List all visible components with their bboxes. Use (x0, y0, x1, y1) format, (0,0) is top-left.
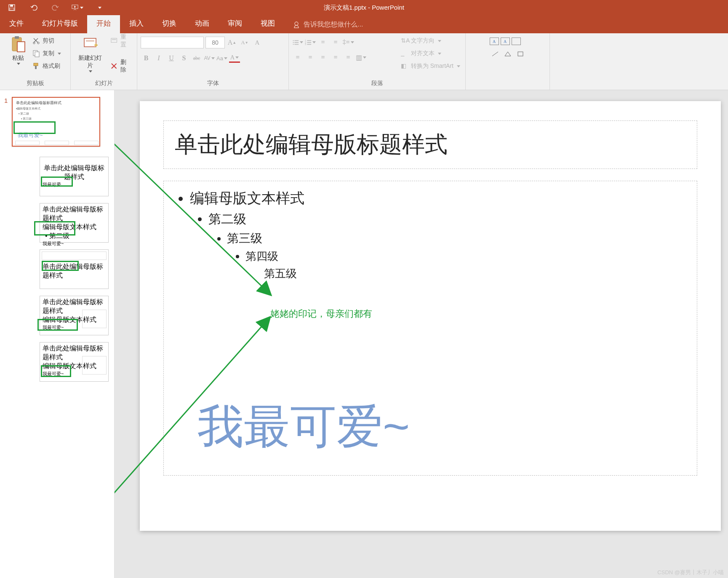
svg-rect-1 (10, 5, 13, 7)
align-left-icon[interactable]: ≡ (292, 52, 303, 63)
cut-button[interactable]: 剪切 (31, 35, 63, 47)
svg-point-4 (295, 22, 298, 25)
redo-icon[interactable] (50, 2, 61, 13)
watermark: CSDN @赛男丨木子丿小喵 (657, 569, 724, 576)
svg-rect-12 (35, 52, 39, 57)
tab-file[interactable]: 文件 (0, 14, 33, 33)
tab-review[interactable]: 审阅 (219, 14, 251, 33)
title-text: 单击此处编辑母版标题样式 (175, 131, 448, 157)
green-highlight-1 (13, 121, 56, 134)
thumbnail-layout-6[interactable]: 单击此处编辑母版标题样式 编辑母版文本样式 我最可爱~ (40, 342, 109, 382)
reset-button: 重置 (109, 35, 133, 47)
big-text[interactable]: 我最可爱~ (197, 396, 410, 458)
svg-rect-20 (294, 40, 299, 41)
svg-rect-13 (34, 63, 38, 66)
increase-indent-icon[interactable]: ≡ (330, 37, 341, 48)
body-level2: 第二级 (208, 212, 246, 226)
new-slide-button[interactable]: 新建幻灯片 (74, 35, 106, 73)
shape-square-icon[interactable] (515, 48, 526, 59)
svg-rect-24 (294, 44, 299, 45)
svg-line-31 (492, 52, 498, 56)
justify-icon[interactable]: ≡ (330, 52, 341, 63)
bold-button[interactable]: B (141, 53, 152, 64)
strike-button[interactable]: abc (191, 53, 202, 64)
undo-icon[interactable] (28, 2, 40, 13)
title-placeholder[interactable]: 单击此处编辑母版标题样式 (163, 120, 697, 169)
svg-point-19 (293, 40, 294, 41)
shape-rect-icon[interactable] (512, 37, 521, 45)
thumbnail-layout-3[interactable]: 单击此处编辑母版标题样式 编辑母版文本样式 • 第二级 我最可爱~ (40, 203, 109, 243)
align-right-icon[interactable]: ≡ (317, 52, 328, 63)
ribbon: 粘贴 剪切 复制 格式刷 剪贴板 新建幻灯片 重置 删除 幻灯片 (0, 33, 728, 90)
save-icon[interactable] (6, 2, 18, 13)
slide-editor[interactable]: 单击此处编辑母版标题样式 编辑母版文本样式 第二级 第三级 第四级 第五级 (115, 90, 728, 578)
bullets-icon[interactable] (292, 37, 303, 48)
svg-rect-22 (294, 42, 299, 43)
svg-point-10 (37, 42, 39, 44)
tab-transition[interactable]: 切换 (153, 14, 186, 33)
tell-me-placeholder: 告诉我您想做什么... (304, 20, 363, 29)
change-case-button[interactable]: Aa (216, 53, 227, 64)
body-level5: 第五级 (264, 267, 297, 280)
tab-view[interactable]: 视图 (251, 14, 284, 33)
reset-label: 重置 (120, 33, 132, 48)
font-size-combo[interactable] (205, 37, 225, 48)
format-painter-button[interactable]: 格式刷 (31, 60, 63, 72)
columns-icon[interactable]: ▥ (355, 52, 366, 63)
italic-button[interactable]: I (153, 53, 164, 64)
tab-insert[interactable]: 插入 (120, 14, 153, 33)
thumbnail-layout-2[interactable]: 单击此处编辑母版标题样式 我最可爱 (40, 157, 109, 196)
svg-rect-15 (84, 38, 96, 47)
green-highlight-3 (34, 221, 75, 235)
copy-button[interactable]: 复制 (31, 48, 63, 59)
slide-number-1: 1 (4, 97, 8, 104)
shape-textbox2-icon[interactable]: A (501, 37, 510, 45)
svg-point-21 (293, 42, 294, 43)
shape-triangle-icon[interactable] (502, 48, 513, 59)
clipboard-group-label: 剪贴板 (3, 78, 67, 90)
text-direction-button[interactable]: ⇅A文字方向 (399, 35, 462, 47)
thumb1-body: •编辑母版文本样式 (16, 107, 96, 111)
increase-font-icon[interactable]: A▲ (227, 37, 237, 48)
char-spacing-button[interactable]: AV (204, 53, 215, 64)
underline-button[interactable]: U (166, 53, 177, 64)
decrease-font-icon[interactable]: A▼ (239, 37, 250, 48)
tab-slide-master[interactable]: 幻灯片母版 (33, 14, 87, 33)
align-center-icon[interactable]: ≡ (305, 52, 316, 63)
thumb1-title: 单击此处编辑母版标题样式 (16, 100, 96, 106)
slide-canvas[interactable]: 单击此处编辑母版标题样式 编辑母版文本样式 第二级 第三级 第四级 第五级 (140, 101, 721, 531)
thumbnail-layout-4[interactable]: 单击此处编辑母版标题样式 (40, 249, 109, 289)
svg-rect-32 (518, 52, 523, 56)
distribute-icon[interactable]: ≡ (343, 52, 354, 63)
thumbnail-layout-5[interactable]: 单击此处编辑母版标题样式 编辑母版文本样式 我最可爱~ (40, 296, 109, 335)
align-text-button[interactable]: ⎯对齐文本 (399, 48, 462, 59)
paste-button[interactable]: 粘贴 (8, 35, 28, 66)
font-color-button[interactable]: A (229, 54, 240, 63)
tab-animation[interactable]: 动画 (186, 14, 219, 33)
body-level4: 第四级 (245, 250, 278, 262)
decrease-indent-icon[interactable]: ≡ (317, 37, 328, 48)
body-placeholder[interactable]: 编辑母版文本样式 第二级 第三级 第四级 第五级 我最可爱~ (163, 181, 697, 476)
clear-format-icon[interactable]: A (252, 37, 263, 48)
shape-line-icon[interactable] (490, 48, 501, 59)
font-name-combo[interactable] (141, 37, 204, 48)
tab-home[interactable]: 开始 (87, 14, 120, 33)
smartart-button[interactable]: ◧转换为 SmartArt (399, 60, 462, 72)
delete-button[interactable]: 删除 (109, 60, 133, 72)
green-highlight-2 (41, 177, 73, 187)
line-spacing-icon[interactable]: ‡≡ (343, 37, 354, 48)
slideshow-icon[interactable] (72, 2, 83, 13)
shadow-button[interactable]: S (179, 53, 189, 64)
cut-label: 剪切 (43, 37, 54, 45)
svg-rect-26 (307, 40, 311, 41)
shape-textbox-icon[interactable]: A (490, 37, 499, 45)
thumbnail-pane[interactable]: 1 单击此处编辑母版标题样式 •编辑母版文本样式 • 第二级 • 第三级 我最可… (0, 90, 115, 578)
svg-point-23 (293, 44, 294, 45)
paste-label: 粘贴 (12, 54, 24, 62)
text-direction-label: 文字方向 (411, 37, 435, 45)
numbering-icon[interactable]: 123 (305, 37, 316, 48)
qat-customize-icon[interactable] (93, 2, 105, 13)
thumbnail-master[interactable]: 单击此处编辑母版标题样式 •编辑母版文本样式 • 第二级 • 第三级 我最可爱~ (12, 97, 100, 147)
slides-group-label: 幻灯片 (74, 78, 133, 90)
tell-me-search[interactable]: 告诉我您想做什么... (284, 20, 363, 33)
